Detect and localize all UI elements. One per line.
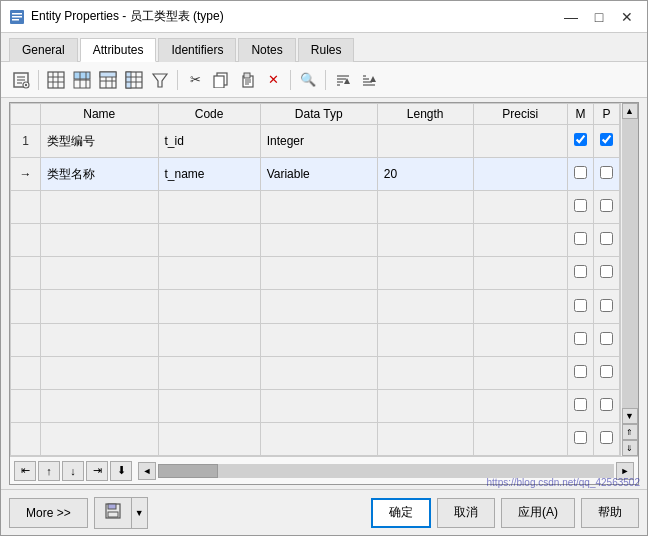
table-row	[11, 422, 620, 455]
col-p: P	[594, 104, 620, 125]
row-datatype-cell[interactable]	[260, 191, 377, 224]
move-up-btn[interactable]: ↑	[38, 461, 60, 481]
window-controls: — □ ✕	[559, 7, 639, 27]
tab-identifiers[interactable]: Identifiers	[158, 38, 236, 62]
scroll-up-btn[interactable]: ▲	[622, 103, 638, 119]
col-precision: Precisi	[473, 104, 567, 125]
close-button[interactable]: ✕	[615, 7, 639, 27]
row-name-cell[interactable]: 类型名称	[41, 158, 159, 191]
save-dropdown-btn[interactable]: ▼	[131, 498, 147, 528]
toolbar-table2-btn[interactable]	[70, 68, 94, 92]
window-title: Entity Properties - 员工类型表 (type)	[31, 8, 224, 25]
toolbar-paste-btn[interactable]	[235, 68, 259, 92]
attributes-table: Name Code Data Typ Length Precisi M P 1	[10, 103, 620, 456]
move-first-btn[interactable]: ⇤	[14, 461, 36, 481]
table-row	[11, 323, 620, 356]
row-m-cell[interactable]	[568, 158, 594, 191]
title-bar-left: Entity Properties - 员工类型表 (type)	[9, 8, 224, 25]
row-m-cell[interactable]	[568, 125, 594, 158]
vertical-scrollbar[interactable]: ▲ ▼ ⇑ ⇓	[620, 103, 638, 456]
tab-notes[interactable]: Notes	[238, 38, 295, 62]
svg-rect-2	[12, 16, 22, 18]
toolbar-filter-btn[interactable]	[148, 68, 172, 92]
move-bottom-btn[interactable]: ⬇	[110, 461, 132, 481]
p-checkbox[interactable]	[600, 133, 613, 146]
hscroll-track[interactable]	[158, 464, 614, 478]
row-num-cell	[11, 191, 41, 224]
maximize-button[interactable]: □	[587, 7, 611, 27]
main-window: Entity Properties - 员工类型表 (type) — □ ✕ G…	[0, 0, 648, 536]
row-p-cell[interactable]	[594, 158, 620, 191]
row-code-cell[interactable]: t_id	[158, 125, 260, 158]
toolbar-delete-btn[interactable]: ✕	[261, 68, 285, 92]
row-p-cell[interactable]	[594, 125, 620, 158]
col-m: M	[568, 104, 594, 125]
toolbar: ✂ ✕ 🔍	[1, 62, 647, 98]
toolbar-properties-btn[interactable]	[9, 68, 33, 92]
scroll-pagedown-btn[interactable]: ⇓	[622, 440, 638, 456]
table-row	[11, 389, 620, 422]
svg-rect-48	[108, 504, 116, 509]
app-icon	[9, 9, 25, 25]
scroll-track[interactable]	[622, 119, 638, 408]
toolbar-table3-btn[interactable]	[96, 68, 120, 92]
hscroll-left-btn[interactable]: ◄	[138, 462, 156, 480]
m-checkbox[interactable]	[574, 166, 587, 179]
tab-attributes[interactable]: Attributes	[80, 38, 157, 62]
more-button[interactable]: More >>	[9, 498, 88, 528]
toolbar-table1-btn[interactable]	[44, 68, 68, 92]
svg-rect-20	[100, 72, 116, 77]
move-down-btn[interactable]: ↓	[62, 461, 84, 481]
apply-button[interactable]: 应用(A)	[501, 498, 575, 528]
tab-general[interactable]: General	[9, 38, 78, 62]
tab-rules[interactable]: Rules	[298, 38, 355, 62]
row-datatype-cell[interactable]: Variable	[260, 158, 377, 191]
table-row	[11, 224, 620, 257]
svg-rect-31	[214, 76, 224, 88]
help-button[interactable]: 帮助	[581, 498, 639, 528]
col-name: Name	[41, 104, 159, 125]
svg-rect-16	[74, 80, 90, 88]
row-precision-cell[interactable]	[473, 158, 567, 191]
row-p-cell[interactable]	[594, 191, 620, 224]
row-length-cell[interactable]	[377, 125, 473, 158]
col-rownum	[11, 104, 41, 125]
hscroll-thumb[interactable]	[158, 464, 218, 478]
row-code-cell[interactable]: t_name	[158, 158, 260, 191]
sep2	[177, 70, 178, 90]
row-m-cell[interactable]	[568, 191, 594, 224]
svg-point-9	[25, 83, 27, 85]
p-checkbox[interactable]	[600, 166, 613, 179]
scroll-down-btn[interactable]: ▼	[622, 408, 638, 424]
toolbar-cut-btn[interactable]: ✂	[183, 68, 207, 92]
row-code-cell[interactable]	[158, 191, 260, 224]
row-length-cell[interactable]	[377, 191, 473, 224]
table-row	[11, 191, 620, 224]
attributes-table-container: Name Code Data Typ Length Precisi M P 1	[9, 102, 639, 485]
scroll-pageup-btn[interactable]: ⇑	[622, 424, 638, 440]
cancel-button[interactable]: 取消	[437, 498, 495, 528]
toolbar-copy-btn[interactable]	[209, 68, 233, 92]
row-precision-cell[interactable]	[473, 125, 567, 158]
row-precision-cell[interactable]	[473, 191, 567, 224]
toolbar-sort-desc-btn[interactable]	[357, 68, 381, 92]
footer: More >> ▼ 确定 取消 应用(A) 帮助	[1, 489, 647, 535]
row-name-cell[interactable]	[41, 191, 159, 224]
svg-rect-3	[12, 19, 19, 21]
toolbar-table4-btn[interactable]	[122, 68, 146, 92]
row-length-cell[interactable]: 20	[377, 158, 473, 191]
minimize-button[interactable]: —	[559, 7, 583, 27]
toolbar-find-btn[interactable]: 🔍	[296, 68, 320, 92]
sep4	[325, 70, 326, 90]
confirm-button[interactable]: 确定	[371, 498, 431, 528]
content-area: Name Code Data Typ Length Precisi M P 1	[1, 98, 647, 489]
save-main-btn[interactable]	[95, 498, 131, 528]
move-last-btn[interactable]: ⇥	[86, 461, 108, 481]
sep1	[38, 70, 39, 90]
table-row: 1 类型编号 t_id Integer	[11, 125, 620, 158]
row-name-cell[interactable]: 类型编号	[41, 125, 159, 158]
svg-rect-10	[48, 72, 64, 88]
row-datatype-cell[interactable]: Integer	[260, 125, 377, 158]
m-checkbox[interactable]	[574, 133, 587, 146]
toolbar-sort-asc-btn[interactable]	[331, 68, 355, 92]
